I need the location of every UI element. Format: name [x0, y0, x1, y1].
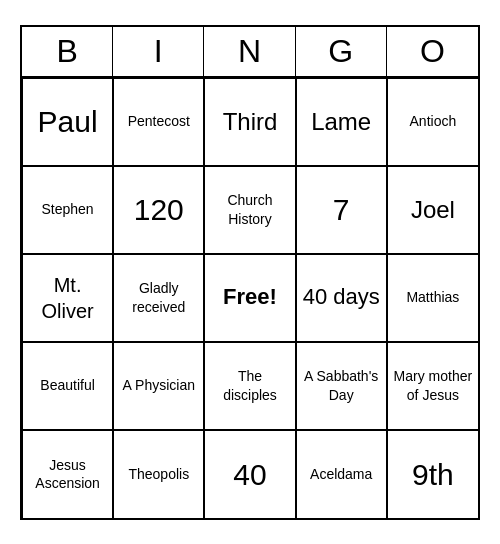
bingo-cell: Gladly received — [113, 254, 204, 342]
bingo-cell: Mary mother of Jesus — [387, 342, 478, 430]
bingo-cell: Theopolis — [113, 430, 204, 518]
bingo-grid: PaulPentecostThirdLameAntiochStephen120C… — [22, 78, 478, 518]
bingo-cell: Lame — [296, 78, 387, 166]
bingo-cell: A Sabbath's Day — [296, 342, 387, 430]
bingo-cell: Free! — [204, 254, 295, 342]
bingo-cell: 120 — [113, 166, 204, 254]
bingo-cell: 7 — [296, 166, 387, 254]
bingo-cell: 40 — [204, 430, 295, 518]
bingo-cell: Stephen — [22, 166, 113, 254]
bingo-cell: Aceldama — [296, 430, 387, 518]
bingo-cell: Antioch — [387, 78, 478, 166]
bingo-cell: Paul — [22, 78, 113, 166]
bingo-cell: Matthias — [387, 254, 478, 342]
bingo-cell: Beautiful — [22, 342, 113, 430]
bingo-cell: The disciples — [204, 342, 295, 430]
header-letter: B — [22, 27, 113, 76]
header-letter: O — [387, 27, 478, 76]
bingo-cell: Pentecost — [113, 78, 204, 166]
bingo-header: BINGO — [22, 27, 478, 78]
header-letter: G — [296, 27, 387, 76]
bingo-cell: Joel — [387, 166, 478, 254]
bingo-cell: A Physician — [113, 342, 204, 430]
header-letter: I — [113, 27, 204, 76]
bingo-cell: Church History — [204, 166, 295, 254]
bingo-cell: Third — [204, 78, 295, 166]
bingo-cell: 40 days — [296, 254, 387, 342]
bingo-cell: Mt. Oliver — [22, 254, 113, 342]
bingo-cell: Jesus Ascension — [22, 430, 113, 518]
bingo-card: BINGO PaulPentecostThirdLameAntiochSteph… — [20, 25, 480, 520]
header-letter: N — [204, 27, 295, 76]
bingo-cell: 9th — [387, 430, 478, 518]
